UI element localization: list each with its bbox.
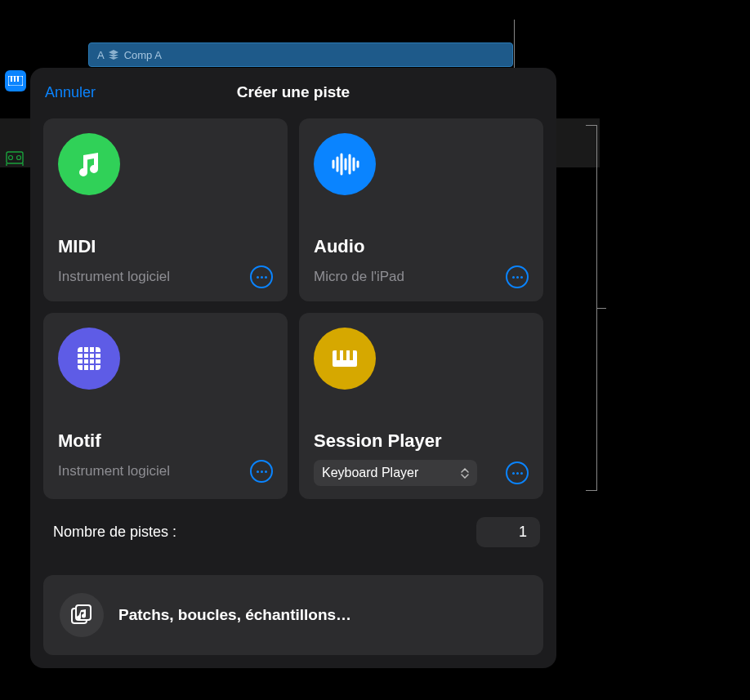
midi-subtitle: Instrument logiciel [58,269,170,285]
audio-title: Audio [314,236,529,257]
audio-card[interactable]: Audio Micro de l'iPad [299,118,543,301]
session-player-title: Session Player [314,430,529,452]
create-track-modal: Annuler Créer une piste MIDI Instrument … [30,68,556,668]
midi-more-button[interactable] [250,265,273,288]
svg-rect-24 [337,350,340,360]
audio-subtitle: Micro de l'iPad [314,269,404,285]
chevron-up-down-icon [461,468,469,479]
motif-card[interactable]: Motif Instrument logiciel [43,313,288,499]
svg-rect-25 [343,350,346,360]
track-count-input[interactable]: 1 [476,517,540,547]
cancel-button[interactable]: Annuler [43,84,97,101]
svg-point-7 [9,156,13,160]
motif-more-button[interactable] [250,460,273,483]
svg-point-8 [17,156,21,160]
ellipsis-icon [257,470,267,473]
browse-patches-button[interactable]: Patchs, boucles, échantillons… [43,575,543,655]
stack-icon [108,50,119,60]
track-region-name: Comp A [124,49,162,61]
svg-rect-26 [350,350,353,360]
modal-header: Annuler Créer une piste [43,81,543,104]
midi-title: MIDI [58,236,273,257]
ellipsis-icon [512,472,523,475]
music-note-icon [58,133,120,195]
instrument-track-icon [6,149,24,167]
svg-rect-2 [14,76,16,82]
library-icon [60,593,104,637]
session-player-dropdown-value: Keyboard Player [322,466,418,480]
track-type-grid: MIDI Instrument logiciel [43,118,543,499]
session-player-dropdown[interactable]: Keyboard Player [314,460,477,486]
grid-icon [58,328,120,390]
ellipsis-icon [257,276,267,279]
waveform-icon [314,133,376,195]
session-player-more-button[interactable] [506,461,529,484]
track-count-row: Nombre de pistes : 1 [43,514,543,551]
svg-rect-3 [17,76,19,82]
keyboard-icon-button[interactable] [5,70,26,91]
ellipsis-icon [512,276,523,279]
track-count-label: Nombre de pistes : [53,524,176,541]
piano-keys-icon [314,328,376,390]
callout-bracket [586,125,597,491]
audio-more-button[interactable] [506,265,529,288]
browse-patches-label: Patchs, boucles, échantillons… [118,606,351,624]
midi-card[interactable]: MIDI Instrument logiciel [43,118,288,301]
session-player-card[interactable]: Session Player Keyboard Player [299,313,543,499]
motif-title: Motif [58,430,273,452]
callout-tick [596,308,606,309]
modal-title: Créer une piste [237,83,350,101]
track-region-header: A Comp A [88,42,513,67]
motif-subtitle: Instrument logiciel [58,463,170,479]
svg-rect-1 [11,76,12,82]
track-region-prefix: A [97,49,105,61]
